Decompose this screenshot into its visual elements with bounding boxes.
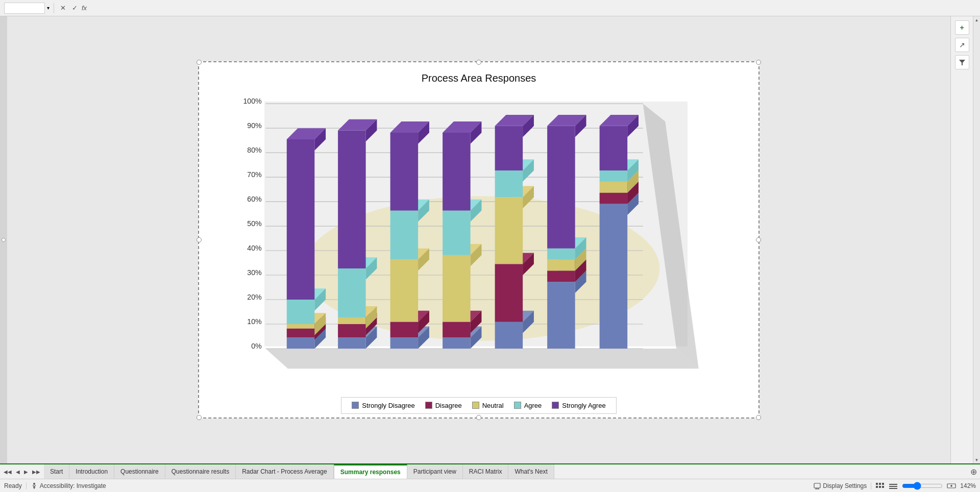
formula-bar: ▾ ✕ ✓ fx <box>0 0 980 16</box>
tab-item-questionnaire-results[interactable]: Questionnaire results <box>165 464 236 479</box>
tab-item-questionnaire[interactable]: Questionnaire <box>114 464 165 479</box>
svg-rect-140 <box>814 483 820 488</box>
formula-input[interactable] <box>91 5 976 12</box>
left-resize-handle[interactable] <box>0 16 7 463</box>
legend-label-strongly-disagree: Strongly Disagree <box>362 402 414 409</box>
zoom-slider[interactable] <box>902 482 943 490</box>
svg-rect-59 <box>390 322 419 338</box>
grid-icon[interactable] <box>875 482 885 489</box>
svg-rect-53 <box>338 131 366 268</box>
tab-navigation-buttons: ◀◀ ◀ ▶ ▶▶ <box>0 464 44 479</box>
accessibility-button[interactable]: Accessibility: Investigate <box>31 482 106 489</box>
svg-marker-24 <box>265 349 698 368</box>
display-settings-label: Display Settings <box>823 482 867 489</box>
svg-rect-65 <box>390 211 419 260</box>
resize-circle <box>2 238 6 242</box>
svg-rect-92 <box>495 197 523 264</box>
chart-container: Process Area Responses 0% 10% 20% 30% 40… <box>7 16 950 463</box>
handle-top-left[interactable] <box>197 60 202 65</box>
tab-item-radar-chart---process-average[interactable]: Radar Chart - Process Average <box>236 464 334 479</box>
svg-rect-101 <box>547 282 575 349</box>
add-element-button[interactable]: + <box>955 20 969 35</box>
accessibility-icon <box>31 482 38 489</box>
handle-top-center[interactable] <box>476 60 481 65</box>
svg-rect-56 <box>390 337 419 349</box>
legend-label-neutral: Neutral <box>482 402 504 409</box>
tab-last-button[interactable]: ▶▶ <box>31 468 42 476</box>
tab-item-participant-view[interactable]: Participant view <box>407 464 463 479</box>
svg-rect-95 <box>495 170 523 197</box>
svg-rect-107 <box>547 260 575 271</box>
svg-marker-138 <box>959 60 965 65</box>
svg-text:80%: 80% <box>247 146 262 154</box>
tab-item-what's-next[interactable]: What's Next <box>508 464 554 479</box>
filter-button[interactable] <box>955 55 969 69</box>
svg-rect-71 <box>443 337 471 349</box>
legend-strongly-agree: Strongly Agree <box>552 402 605 409</box>
tab-next-button[interactable]: ▶ <box>22 468 30 476</box>
handle-bottom-left[interactable] <box>197 415 202 420</box>
scroll-down-arrow[interactable]: ▼ <box>975 456 979 463</box>
handle-middle-right[interactable] <box>756 237 761 242</box>
status-bar: Ready Accessibility: Investigate Display… <box>0 479 980 492</box>
handle-top-right[interactable] <box>756 60 761 65</box>
accessibility-label: Accessibility: Investigate <box>40 482 106 489</box>
cell-ref-dropdown[interactable]: ▾ <box>47 5 50 11</box>
svg-rect-86 <box>495 322 523 349</box>
cell-reference-input[interactable] <box>4 3 45 14</box>
legend-box-neutral <box>472 402 479 409</box>
display-settings-button[interactable]: Display Settings <box>814 482 867 489</box>
svg-rect-98 <box>495 126 523 170</box>
tabs-bar: ◀◀ ◀ ▶ ▶▶ StartIntroductionQuestionnaire… <box>0 463 980 479</box>
svg-rect-146 <box>882 483 884 485</box>
legend-disagree: Disagree <box>425 402 462 409</box>
svg-text:40%: 40% <box>247 244 262 252</box>
svg-rect-80 <box>443 211 471 255</box>
svg-rect-32 <box>287 324 315 329</box>
legend-label-strongly-agree: Strongly Agree <box>562 402 605 409</box>
expand-button[interactable]: ↗ <box>955 38 969 52</box>
tabs-list: StartIntroductionQuestionnaireQuestionna… <box>44 464 967 479</box>
status-separator-2 <box>871 482 871 489</box>
filter-icon <box>959 59 966 66</box>
svg-rect-151 <box>889 486 897 487</box>
zoom-level: 142% <box>960 482 976 489</box>
legend-strongly-disagree: Strongly Disagree <box>352 402 414 409</box>
add-sheet-button[interactable]: ⊕ <box>967 464 980 479</box>
tab-first-button[interactable]: ◀◀ <box>2 468 13 476</box>
svg-rect-68 <box>390 133 419 211</box>
right-controls: + ↗ <box>950 16 973 463</box>
legend-box-strongly-disagree <box>352 402 359 409</box>
vertical-scrollbar[interactable]: ▲ ▼ <box>973 16 980 463</box>
scroll-up-arrow[interactable]: ▲ <box>975 16 979 23</box>
chart-wrapper[interactable]: Process Area Responses 0% 10% 20% 30% 40… <box>198 61 760 419</box>
tab-item-summary-responses[interactable]: Summary responses <box>334 464 407 479</box>
svg-text:0%: 0% <box>251 342 262 350</box>
svg-text:50%: 50% <box>247 219 262 228</box>
svg-rect-44 <box>338 324 366 337</box>
zoom-out-icon[interactable] <box>889 482 898 489</box>
tab-item-introduction[interactable]: Introduction <box>69 464 114 479</box>
handle-bottom-right[interactable] <box>756 415 761 420</box>
handle-bottom-center[interactable] <box>476 415 481 420</box>
svg-rect-83 <box>443 133 471 211</box>
tab-item-start[interactable]: Start <box>44 464 69 479</box>
svg-rect-150 <box>889 484 897 485</box>
svg-rect-113 <box>547 126 575 249</box>
svg-rect-128 <box>600 126 628 170</box>
svg-rect-147 <box>876 486 878 488</box>
cancel-icon[interactable]: ✕ <box>58 3 68 13</box>
scroll-track[interactable] <box>973 23 980 456</box>
display-settings-icon <box>814 482 821 489</box>
chart-svg: 0% 10% 20% 30% 40% 50% 60% 70% 80% 90% 1… <box>214 89 743 392</box>
svg-text:30%: 30% <box>247 268 262 277</box>
tab-prev-button[interactable]: ◀ <box>14 468 21 476</box>
zoom-in-icon[interactable] <box>947 482 956 489</box>
svg-rect-50 <box>338 268 366 317</box>
legend-label-agree: Agree <box>524 402 542 409</box>
tab-item-raci-matrix[interactable]: RACI Matrix <box>463 464 509 479</box>
handle-middle-left[interactable] <box>197 237 202 242</box>
main-area: Process Area Responses 0% 10% 20% 30% 40… <box>0 16 980 463</box>
confirm-icon[interactable]: ✓ <box>70 3 80 13</box>
legend-neutral: Neutral <box>472 402 504 409</box>
